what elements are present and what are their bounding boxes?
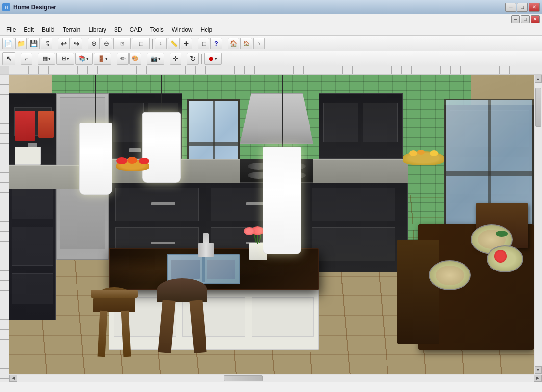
plate-2 [429, 260, 471, 290]
select-tools [2, 52, 15, 65]
stool-1 [88, 287, 140, 371]
vertical-ruler [0, 66, 9, 382]
sep-t2-3 [114, 54, 114, 64]
title-bar: H Home Designer ─ □ ✕ [0, 0, 542, 14]
move-button[interactable] [170, 53, 181, 65]
menu-edit[interactable]: Edit [20, 25, 38, 34]
cabinet-button[interactable]: ⊞ [56, 53, 74, 65]
inner-window-controls: ─ □ ✕ [0, 14, 542, 24]
plate-3 [487, 245, 523, 272]
scroll-track-vertical[interactable] [535, 83, 542, 366]
reference-button[interactable]: ↕ [155, 38, 167, 49]
dining-chair-2 [397, 240, 439, 344]
inner-close[interactable]: ✕ [531, 15, 540, 23]
scroll-right-arrow[interactable]: ▶ [534, 375, 542, 382]
maximize-button[interactable]: □ [517, 3, 528, 12]
house-view-button[interactable] [228, 38, 239, 49]
shelf-item-dark [38, 111, 54, 138]
door-button[interactable] [94, 53, 111, 65]
scroll-thumb-vertical[interactable] [535, 88, 541, 127]
zoom-in-button[interactable]: ⊕ [88, 38, 100, 49]
menu-3d[interactable]: 3D [110, 25, 126, 34]
minimize-button[interactable]: ─ [505, 3, 516, 12]
select-button[interactable] [3, 53, 15, 65]
separator-1 [55, 39, 55, 49]
horizontal-ruler [9, 66, 542, 75]
sep-t2-7 [201, 54, 202, 64]
scroll-up-arrow[interactable]: ▲ [535, 75, 542, 83]
polyline-button[interactable]: ⌐ [21, 53, 32, 65]
close-button[interactable]: ✕ [529, 3, 540, 12]
sep-t2-2 [35, 54, 35, 64]
separator-3 [152, 39, 153, 49]
print-button[interactable] [41, 38, 52, 49]
fit-window-button[interactable]: ⊡ [113, 38, 131, 49]
new-button[interactable] [2, 38, 14, 49]
inner-maximize[interactable]: □ [521, 15, 530, 23]
pendant-light-1 [77, 75, 114, 195]
toolbar-2: ⌐ ▦ ⊞ 📚 [0, 51, 542, 66]
3d-viewport[interactable]: 3D Kitchen Interior [9, 75, 534, 374]
status-bar [0, 382, 542, 392]
zoom-box-button[interactable]: ⬚ [132, 38, 150, 49]
library-button[interactable]: 📚 [75, 53, 93, 65]
paint-button[interactable] [129, 53, 141, 65]
open-button[interactable] [15, 38, 27, 49]
menu-tools[interactable]: Tools [146, 25, 168, 34]
undo-button[interactable] [58, 38, 70, 49]
rec-button[interactable] [204, 53, 222, 65]
help-button[interactable]: ? [210, 38, 222, 49]
house-front-button[interactable]: 🏠 [240, 38, 252, 49]
menu-window[interactable]: Window [168, 25, 197, 34]
fruit-bowl [403, 141, 445, 165]
separator-4 [195, 39, 195, 49]
redo-button[interactable] [71, 38, 82, 49]
camera-button[interactable] [147, 53, 164, 65]
shelf-item-red [15, 111, 36, 141]
sep-t2-5 [167, 54, 167, 64]
counter-fruits [114, 153, 151, 171]
separator-5 [225, 39, 225, 49]
ruler-corner [0, 66, 9, 75]
cross-button[interactable]: ✚ [181, 38, 192, 49]
inner-minimize[interactable]: ─ [511, 15, 520, 23]
app-icon: H [2, 3, 10, 11]
scroll-left-arrow[interactable]: ◀ [9, 375, 17, 382]
menu-terrain[interactable]: Terrain [59, 25, 85, 34]
menu-library[interactable]: Library [84, 25, 110, 34]
menu-cad[interactable]: CAD [126, 25, 146, 34]
sep-t2-6 [184, 54, 184, 64]
pendant-light-3 [261, 75, 303, 254]
toolbar-1: ⊕ ⊖ ⊡ ⬚ ↕ ✚ ◫ ? 🏠 ⌂ [0, 36, 542, 51]
island-base-white [109, 284, 319, 350]
pencil-button[interactable] [117, 53, 129, 65]
menu-file[interactable]: File [2, 25, 20, 34]
scroll-track-horizontal[interactable] [17, 375, 534, 382]
menu-bar: File Edit Build Terrain Library 3D CAD T… [0, 24, 542, 36]
menu-build[interactable]: Build [38, 25, 59, 34]
sep-t2-1 [18, 54, 18, 64]
viewport-row: 3D Kitchen Interior ▲ ▼ [9, 75, 542, 374]
counter-object-1 [15, 147, 41, 165]
wall-button[interactable]: ▦ [38, 53, 55, 65]
stool-2 [151, 278, 214, 374]
main-area: 3D Kitchen Interior ▲ ▼ ◀ ▶ [0, 66, 542, 382]
menu-help[interactable]: Help [196, 25, 216, 34]
window-title: Home Designer [13, 4, 505, 11]
horizontal-scrollbar[interactable]: ◀ ▶ [9, 374, 542, 382]
application-window: H Home Designer ─ □ ✕ ─ □ ✕ File Edit Bu… [0, 0, 542, 392]
scroll-down-arrow[interactable]: ▼ [535, 366, 542, 374]
scroll-thumb-horizontal[interactable] [224, 375, 263, 381]
rotate-button[interactable] [187, 53, 199, 65]
house-aerial-button[interactable]: ⌂ [253, 38, 265, 49]
faucet [198, 243, 214, 258]
zoom-out-button[interactable]: ⊖ [101, 38, 112, 49]
upper-cabinet-back-right [319, 93, 403, 159]
window-controls: ─ □ ✕ [505, 3, 540, 12]
save-button[interactable] [28, 38, 40, 49]
separator-2 [85, 39, 85, 49]
cam-perspective[interactable]: ◫ [198, 38, 209, 49]
sep-t2-4 [144, 54, 144, 64]
measure-button[interactable] [168, 38, 180, 49]
vertical-scrollbar[interactable]: ▲ ▼ [534, 75, 542, 374]
